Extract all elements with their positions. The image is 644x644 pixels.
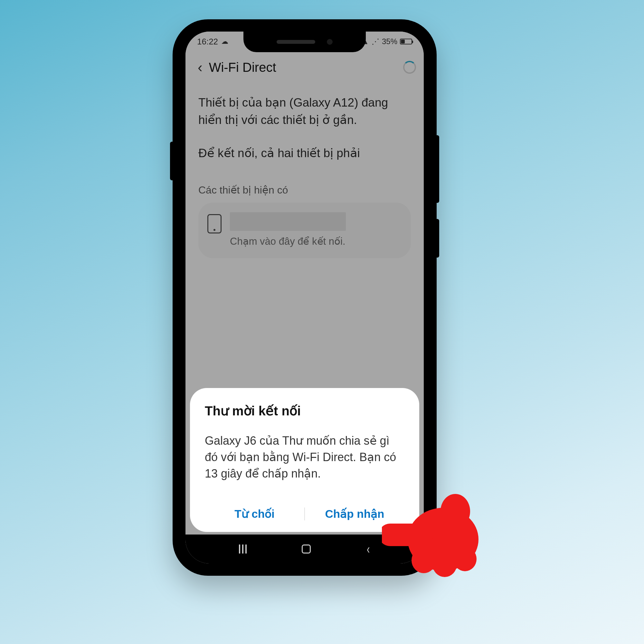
accept-button[interactable]: Chấp nhận: [305, 507, 404, 520]
decline-button[interactable]: Từ chối: [205, 507, 304, 520]
dialog-title: Thư mời kết nối: [205, 403, 404, 418]
svg-point-4: [440, 494, 470, 529]
dialog-body: Galaxy J6 của Thư muốn chia sẻ gì đó với…: [205, 432, 404, 482]
svg-point-3: [453, 547, 477, 571]
phone-notch: [243, 32, 366, 52]
nav-back-icon[interactable]: ‹: [367, 542, 370, 556]
side-button-bottom: [437, 219, 439, 258]
dialog-actions: Từ chối Chấp nhận: [205, 497, 404, 531]
volume-button: [170, 142, 173, 180]
nav-home-icon[interactable]: [302, 545, 311, 554]
front-camera: [327, 39, 333, 45]
navigation-bar: ‹: [185, 535, 424, 563]
screen: 16:22 ☁ ▲ ⋰ 35% ‹ Wi-Fi Direct Thiết bị …: [185, 32, 424, 563]
side-button-top: [437, 135, 439, 203]
svg-point-2: [432, 551, 457, 577]
nav-recent-icon[interactable]: [239, 545, 247, 554]
phone-frame: 16:22 ☁ ▲ ⋰ 35% ‹ Wi-Fi Direct Thiết bị …: [173, 19, 437, 576]
speaker-grille: [277, 40, 315, 44]
connection-invite-dialog: Thư mời kết nối Galaxy J6 của Thư muốn c…: [190, 388, 419, 532]
